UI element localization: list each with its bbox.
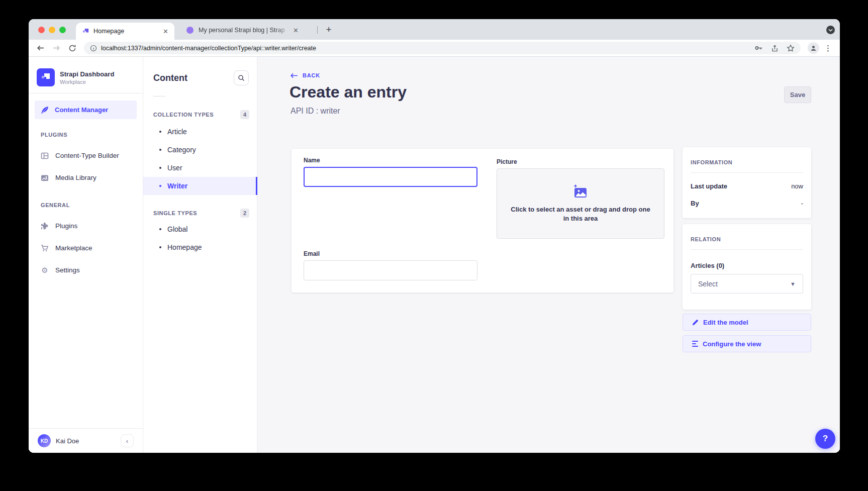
collection-types-count: 4 [240, 110, 249, 119]
single-types-header: SINGLE TYPES [153, 210, 197, 216]
tab-search-button[interactable] [826, 26, 835, 34]
share-icon [771, 44, 779, 52]
last-update-label: Last update [691, 182, 727, 190]
bullet-icon [159, 167, 161, 169]
sidebar-section-general: GENERAL [29, 202, 143, 208]
chevron-down-icon [828, 29, 833, 32]
new-tab-button[interactable]: + [322, 23, 335, 36]
person-icon [810, 44, 817, 52]
key-icon [754, 44, 763, 52]
feather-pen-icon [41, 106, 49, 114]
maximize-window-button[interactable] [59, 27, 66, 33]
subnav-item-global[interactable]: Global [143, 220, 257, 238]
subnav-item-article[interactable]: Article [143, 123, 257, 141]
by-value: - [801, 200, 803, 207]
save-button[interactable]: Save [784, 86, 811, 103]
search-button[interactable] [234, 70, 249, 85]
main-content: BACK Create an entry API ID : writer Sav… [257, 57, 840, 453]
user-avatar: KD [38, 434, 51, 447]
by-row: By - [691, 200, 803, 207]
information-header: INFORMATION [691, 159, 803, 165]
sidebar-item-settings[interactable]: ⚙ Settings [29, 266, 143, 274]
url-bar[interactable]: localhost:1337/admin/content-manager/col… [84, 42, 801, 54]
close-tab-icon[interactable]: ✕ [162, 27, 169, 36]
strapi-logo [37, 68, 55, 86]
panel-divider [691, 172, 803, 173]
reload-icon [68, 44, 76, 52]
bullet-icon [159, 131, 161, 133]
subnav-item-user[interactable]: User [143, 159, 257, 177]
tab-homepage[interactable]: Homepage ✕ [76, 23, 174, 40]
url-text: localhost:1337/admin/content-manager/col… [101, 45, 746, 52]
back-button[interactable] [34, 42, 47, 55]
sidebar-divider [29, 93, 143, 93]
star-icon [787, 44, 795, 52]
articles-select[interactable]: Select ▼ [691, 274, 803, 293]
bookmark-button[interactable] [787, 44, 795, 52]
sidebar-item-label: Plugins [55, 222, 77, 230]
email-label: Email [304, 250, 320, 257]
workspace-title: Strapi Dashboard [60, 70, 114, 78]
back-link[interactable]: BACK [291, 72, 320, 78]
information-panel: INFORMATION Last update now By - [683, 147, 811, 218]
profile-button[interactable] [808, 42, 819, 54]
sidebar-item-label: Content-Type Builder [55, 152, 119, 159]
sidebar-footer: KD Kai Doe ‹ [29, 428, 143, 453]
subnav-item-writer[interactable]: Writer [143, 177, 257, 195]
share-button[interactable] [771, 44, 779, 52]
subnav-item-label: Writer [167, 182, 187, 190]
collapse-sidebar-button[interactable]: ‹ [121, 434, 134, 447]
picture-dropzone[interactable]: Click to select an asset or drag and dro… [497, 168, 664, 239]
search-icon [238, 74, 245, 81]
add-image-icon [572, 184, 589, 200]
forward-button[interactable] [50, 42, 63, 55]
forward-arrow-icon [52, 44, 61, 52]
picture-label: Picture [497, 158, 517, 165]
edit-model-label: Edit the model [703, 319, 748, 326]
api-id-subtitle: API ID : writer [291, 107, 340, 116]
configure-view-button[interactable]: Configure the view [683, 335, 811, 352]
browser-window: Homepage ✕ My personal Strapi blog | Str… [29, 19, 840, 453]
tab-strapi-blog[interactable]: My personal Strapi blog | Strap ✕ [180, 25, 315, 36]
pencil-icon [692, 319, 699, 326]
configure-view-label: Configure the view [703, 340, 761, 348]
entry-form-card: Name Picture Click to select an asset or… [292, 149, 673, 292]
back-label: BACK [303, 72, 320, 78]
sidebar-item-marketplace[interactable]: Marketplace [29, 244, 143, 252]
articles-field-label: Articles (0) [691, 262, 803, 269]
by-label: By [691, 200, 699, 207]
single-types-count: 2 [240, 209, 249, 218]
picture-icon [41, 174, 49, 182]
sidebar-item-content-type-builder[interactable]: Content-Type Builder [29, 151, 143, 160]
last-update-value: now [791, 182, 803, 190]
password-key-button[interactable] [754, 44, 763, 52]
tab-title: Homepage [93, 28, 162, 35]
tab-separator [317, 26, 318, 34]
email-input[interactable] [304, 260, 477, 280]
last-update-row: Last update now [691, 182, 803, 190]
sidebar-item-label: Media Library [55, 174, 97, 181]
name-input[interactable] [304, 167, 477, 187]
edit-model-button[interactable]: Edit the model [683, 314, 811, 331]
browser-menu-button[interactable]: ⋮ [821, 44, 835, 53]
reload-button[interactable] [66, 42, 79, 55]
minimize-window-button[interactable] [49, 27, 55, 33]
page-title: Create an entry [290, 83, 407, 102]
help-button[interactable]: ? [815, 429, 835, 449]
subnav-divider [153, 96, 165, 96]
back-arrow-icon [291, 73, 298, 78]
close-window-button[interactable] [38, 27, 45, 33]
close-tab-icon[interactable]: ✕ [292, 26, 300, 35]
subnav-item-category[interactable]: Category [143, 141, 257, 159]
sidebar-item-content-manager[interactable]: Content Manager [35, 101, 137, 119]
chevron-down-icon: ▼ [790, 281, 796, 287]
subnav-item-homepage[interactable]: Homepage [143, 238, 257, 256]
bullet-icon [159, 149, 161, 151]
sidebar-item-media-library[interactable]: Media Library [29, 173, 143, 182]
picture-dropzone-text: Click to select an asset or drag and dro… [507, 205, 654, 223]
sidebar-item-plugins[interactable]: Plugins [29, 222, 143, 230]
window-controls [38, 27, 66, 33]
bullet-icon [159, 228, 161, 230]
name-label: Name [304, 157, 320, 164]
subnav-title: Content [153, 73, 187, 83]
